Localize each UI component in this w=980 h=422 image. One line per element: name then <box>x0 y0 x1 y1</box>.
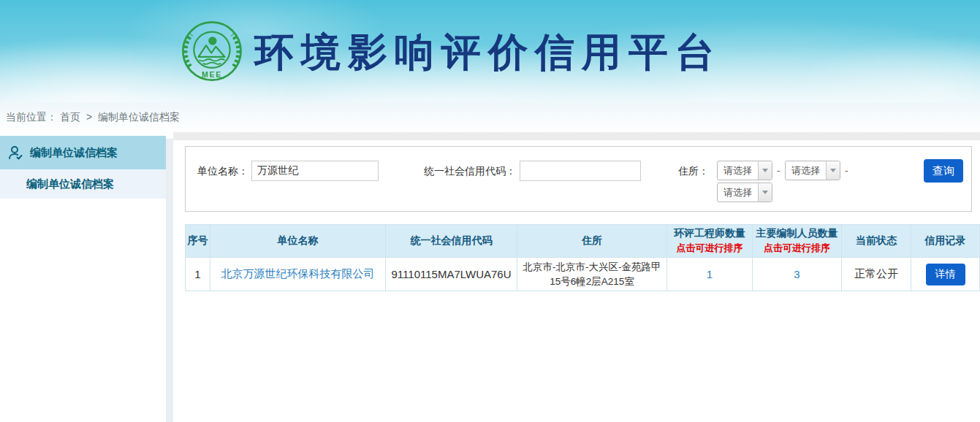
detail-button[interactable]: 详情 <box>926 264 965 285</box>
address-dash: - <box>777 161 780 181</box>
search-panel: 单位名称： 统一社会信用代码： 住所： 请选择 - 请选择 - 请选择 查询 <box>185 146 972 212</box>
sidebar-subitem-label: 编制单位诚信档案 <box>26 177 114 191</box>
results-table: 序号 单位名称 统一社会信用代码 住所 环评工程师数量 点击可进行排序 主要编制… <box>185 224 980 291</box>
sort-hint[interactable]: 点击可进行排序 <box>754 242 840 255</box>
sidebar-item-unit-credit-archive[interactable]: 编制单位诚信档案 <box>0 136 166 169</box>
staff-count-link[interactable]: 3 <box>794 268 799 280</box>
district-select-value: 请选择 <box>718 186 758 199</box>
unit-name-label: 单位名称： <box>186 161 248 181</box>
svg-text:MEE: MEE <box>202 70 222 79</box>
address-label: 住所： <box>653 161 709 181</box>
breadcrumb-current: 编制单位诚信档案 <box>98 111 180 123</box>
col-credit-code: 统一社会信用代码 <box>386 225 517 258</box>
page: MEE 环境影响评价信用平台 当前位置：首页 > 编制单位诚信档案 编制单位诚信… <box>0 0 980 422</box>
breadcrumb-separator: > <box>86 111 92 123</box>
engineer-count-link[interactable]: 1 <box>707 268 713 280</box>
breadcrumb-prefix: 当前位置： <box>6 111 57 123</box>
address-dash: - <box>845 161 848 181</box>
chevron-down-icon[interactable] <box>758 183 772 202</box>
col-index: 序号 <box>186 225 210 258</box>
breadcrumb-home-link[interactable]: 首页 <box>60 111 80 123</box>
unit-name-input[interactable] <box>251 161 379 181</box>
credit-code-label: 统一社会信用代码： <box>405 161 516 181</box>
chevron-down-icon[interactable] <box>826 161 840 180</box>
district-select[interactable]: 请选择 <box>717 183 772 202</box>
city-select[interactable]: 请选择 <box>785 161 840 180</box>
cell-index: 1 <box>186 258 210 291</box>
cell-address: 北京市-北京市-大兴区-金苑路甲15号6幢2层A215室 <box>517 258 667 291</box>
table-row: 1 北京万源世纪环保科技有限公司 91110115MA7LWUA76U 北京市-… <box>186 258 980 291</box>
sidebar-item-label: 编制单位诚信档案 <box>30 146 118 160</box>
table-header-row: 序号 单位名称 统一社会信用代码 住所 环评工程师数量 点击可进行排序 主要编制… <box>186 225 980 258</box>
province-select[interactable]: 请选择 <box>717 161 772 180</box>
cell-credit-code: 91110115MA7LWUA76U <box>386 258 517 291</box>
sidebar-divider <box>166 139 173 422</box>
content-top-divider <box>173 132 980 140</box>
sort-hint[interactable]: 点击可进行排序 <box>669 242 751 255</box>
col-staff-count[interactable]: 主要编制人员数量 点击可进行排序 <box>753 225 842 258</box>
query-button[interactable]: 查询 <box>924 159 963 183</box>
credit-code-input[interactable] <box>520 161 641 181</box>
col-credit-record: 信用记录 <box>911 225 980 258</box>
page-title: 环境影响评价信用平台 <box>254 26 722 77</box>
cell-status: 正常公开 <box>842 258 911 291</box>
col-engineer-count[interactable]: 环评工程师数量 点击可进行排序 <box>667 225 753 258</box>
breadcrumb: 当前位置：首页 > 编制单位诚信档案 <box>0 102 980 132</box>
col-unit-name: 单位名称 <box>210 225 386 258</box>
province-select-value: 请选择 <box>718 164 758 177</box>
sidebar-subitem-unit-credit-archive[interactable]: 编制单位诚信档案 <box>0 169 166 199</box>
mee-logo-icon: MEE <box>180 19 244 83</box>
user-check-icon <box>7 144 24 161</box>
unit-name-link[interactable]: 北京万源世纪环保科技有限公司 <box>221 267 375 280</box>
col-status: 当前状态 <box>842 225 911 258</box>
col-address: 住所 <box>517 225 667 258</box>
city-select-value: 请选择 <box>786 164 826 177</box>
header-banner: MEE 环境影响评价信用平台 <box>0 0 980 102</box>
chevron-down-icon[interactable] <box>758 161 772 180</box>
